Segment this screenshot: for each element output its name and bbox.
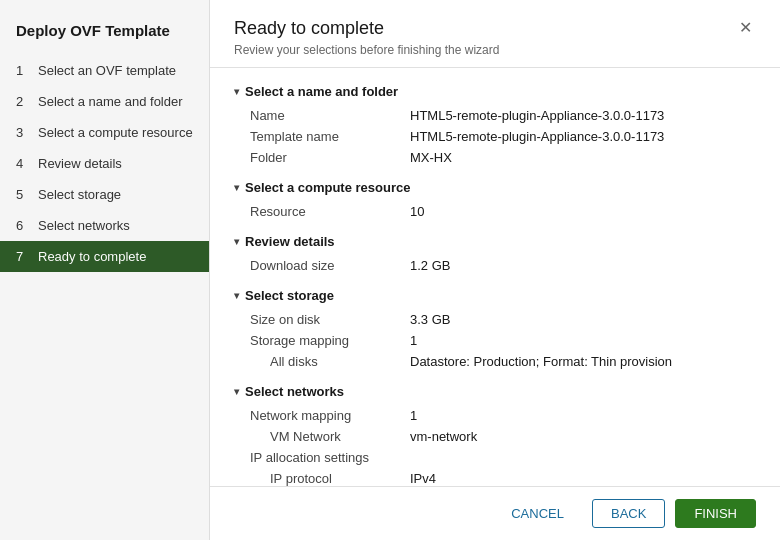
- footer: CANCEL BACK FINISH: [210, 486, 780, 540]
- section-storage-header[interactable]: ▾ Select storage: [234, 288, 756, 303]
- section-networks-header[interactable]: ▾ Select networks: [234, 384, 756, 399]
- table-row: IP allocation settings: [250, 447, 756, 468]
- row-value: IPv4: [410, 471, 756, 486]
- row-value: 3.3 GB: [410, 312, 756, 327]
- step-number: 6: [16, 218, 30, 233]
- sidebar-item-label: Select networks: [38, 218, 130, 233]
- dialog: Deploy OVF Template 1Select an OVF templ…: [0, 0, 780, 540]
- main-panel: Ready to complete Review your selections…: [210, 0, 780, 540]
- sidebar-item-label: Select a compute resource: [38, 125, 193, 140]
- chevron-down-icon: ▾: [234, 236, 239, 247]
- chevron-down-icon: ▾: [234, 182, 239, 193]
- sidebar-title: Deploy OVF Template: [0, 10, 209, 55]
- table-row: FolderMX-HX: [250, 147, 756, 168]
- row-label: Network mapping: [250, 408, 410, 423]
- row-label: Download size: [250, 258, 410, 273]
- section-compute-resource: ▾ Select a compute resource Resource10: [234, 180, 756, 222]
- main-header: Ready to complete Review your selections…: [210, 0, 780, 68]
- row-label: IP allocation settings: [250, 450, 410, 465]
- row-label: Name: [250, 108, 410, 123]
- sidebar-item-1[interactable]: 1Select an OVF template: [0, 55, 209, 86]
- row-value: HTML5-remote-plugin-Appliance-3.0.0-1173: [410, 129, 756, 144]
- step-number: 5: [16, 187, 30, 202]
- cancel-button[interactable]: CANCEL: [493, 500, 582, 527]
- section-storage-body: Size on disk3.3 GBStorage mapping1All di…: [234, 309, 756, 372]
- chevron-down-icon: ▾: [234, 290, 239, 301]
- row-value: 10: [410, 204, 756, 219]
- section-name-folder-body: NameHTML5-remote-plugin-Appliance-3.0.0-…: [234, 105, 756, 168]
- sidebar-item-label: Select a name and folder: [38, 94, 183, 109]
- section-review-title: Review details: [245, 234, 335, 249]
- row-label: VM Network: [250, 429, 410, 444]
- step-number: 1: [16, 63, 30, 78]
- row-value: 1: [410, 408, 756, 423]
- page-title: Ready to complete: [234, 18, 499, 39]
- row-label: IP protocol: [250, 471, 410, 486]
- content-area: ▾ Select a name and folder NameHTML5-rem…: [210, 68, 780, 486]
- sidebar: Deploy OVF Template 1Select an OVF templ…: [0, 0, 210, 540]
- section-name-folder: ▾ Select a name and folder NameHTML5-rem…: [234, 84, 756, 168]
- sidebar-item-5[interactable]: 5Select storage: [0, 179, 209, 210]
- row-value: [410, 450, 756, 465]
- row-label: Size on disk: [250, 312, 410, 327]
- table-row: Storage mapping1: [250, 330, 756, 351]
- step-number: 7: [16, 249, 30, 264]
- sidebar-item-6[interactable]: 6Select networks: [0, 210, 209, 241]
- row-label: Folder: [250, 150, 410, 165]
- table-row: All disksDatastore: Production; Format: …: [250, 351, 756, 372]
- section-review-details: ▾ Review details Download size1.2 GB: [234, 234, 756, 276]
- table-row: NameHTML5-remote-plugin-Appliance-3.0.0-…: [250, 105, 756, 126]
- sidebar-item-2[interactable]: 2Select a name and folder: [0, 86, 209, 117]
- step-number: 4: [16, 156, 30, 171]
- row-value: 1: [410, 333, 756, 348]
- table-row: Resource10: [250, 201, 756, 222]
- table-row: IP protocolIPv4: [250, 468, 756, 486]
- section-name-folder-header[interactable]: ▾ Select a name and folder: [234, 84, 756, 99]
- row-value: 1.2 GB: [410, 258, 756, 273]
- section-name-folder-title: Select a name and folder: [245, 84, 398, 99]
- step-number: 2: [16, 94, 30, 109]
- close-button[interactable]: ✕: [735, 18, 756, 38]
- row-value: Datastore: Production; Format: Thin prov…: [410, 354, 756, 369]
- row-value: HTML5-remote-plugin-Appliance-3.0.0-1173: [410, 108, 756, 123]
- section-compute-body: Resource10: [234, 201, 756, 222]
- section-review-header[interactable]: ▾ Review details: [234, 234, 756, 249]
- page-subtitle: Review your selections before finishing …: [234, 43, 499, 57]
- chevron-down-icon: ▾: [234, 386, 239, 397]
- sidebar-item-label: Ready to complete: [38, 249, 146, 264]
- section-networks: ▾ Select networks Network mapping1VM Net…: [234, 384, 756, 486]
- back-button[interactable]: BACK: [592, 499, 665, 528]
- finish-button[interactable]: FINISH: [675, 499, 756, 528]
- table-row: VM Networkvm-network: [250, 426, 756, 447]
- sidebar-item-4[interactable]: 4Review details: [0, 148, 209, 179]
- sidebar-item-label: Review details: [38, 156, 122, 171]
- row-label: All disks: [250, 354, 410, 369]
- row-label: Resource: [250, 204, 410, 219]
- section-compute-title: Select a compute resource: [245, 180, 410, 195]
- section-storage-title: Select storage: [245, 288, 334, 303]
- section-review-body: Download size1.2 GB: [234, 255, 756, 276]
- section-networks-title: Select networks: [245, 384, 344, 399]
- row-value: MX-HX: [410, 150, 756, 165]
- sidebar-item-7[interactable]: 7Ready to complete: [0, 241, 209, 272]
- section-compute-header[interactable]: ▾ Select a compute resource: [234, 180, 756, 195]
- sidebar-item-label: Select storage: [38, 187, 121, 202]
- table-row: Network mapping1: [250, 405, 756, 426]
- table-row: Size on disk3.3 GB: [250, 309, 756, 330]
- step-number: 3: [16, 125, 30, 140]
- table-row: Template nameHTML5-remote-plugin-Applian…: [250, 126, 756, 147]
- chevron-down-icon: ▾: [234, 86, 239, 97]
- row-value: vm-network: [410, 429, 756, 444]
- sidebar-item-label: Select an OVF template: [38, 63, 176, 78]
- section-networks-body: Network mapping1VM Networkvm-networkIP a…: [234, 405, 756, 486]
- row-label: Storage mapping: [250, 333, 410, 348]
- row-label: Template name: [250, 129, 410, 144]
- section-storage: ▾ Select storage Size on disk3.3 GBStora…: [234, 288, 756, 372]
- table-row: Download size1.2 GB: [250, 255, 756, 276]
- sidebar-item-3[interactable]: 3Select a compute resource: [0, 117, 209, 148]
